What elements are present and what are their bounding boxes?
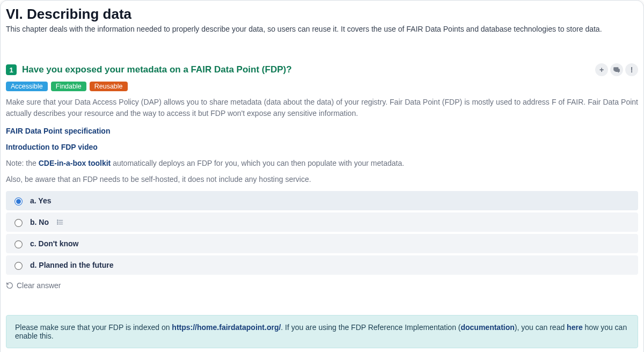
option-b-label: b. No	[30, 218, 49, 226]
option-d-label: d. Planned in the future	[30, 261, 114, 269]
note-prefix: Note: the	[6, 159, 39, 167]
chapter-title: VI. Describing data	[6, 6, 638, 23]
chapter-description: This chapter deals with the information …	[6, 25, 638, 33]
info-p3: ), you can read	[515, 323, 567, 332]
tag-row: Accessible Findable Reusable	[6, 82, 638, 91]
link-documentation[interactable]: documentation	[460, 323, 514, 332]
option-c-label: c. Don't know	[30, 239, 78, 248]
question-block: 1 Have you exposed your metadata on a FA…	[6, 63, 638, 348]
info-box: Please make sure that your FDP is indexe…	[6, 315, 638, 348]
link-here[interactable]: here	[567, 323, 583, 332]
option-b[interactable]: b. No	[6, 212, 638, 232]
info-p2: . If you are using the FDP Reference Imp…	[281, 323, 460, 332]
question-intro: Make sure that your Data Access Policy (…	[6, 97, 638, 119]
tag-accessible: Accessible	[6, 82, 48, 91]
option-a-label: a. Yes	[30, 196, 51, 205]
question-actions: + !	[595, 63, 638, 76]
link-cde-toolkit[interactable]: CDE-in-a-box toolkit	[39, 159, 111, 167]
option-c[interactable]: c. Don't know	[6, 234, 638, 253]
list-icon	[56, 218, 64, 226]
svg-point-4	[57, 224, 58, 224]
note-suffix: automatically deploys an FDP for you, wh…	[111, 159, 404, 167]
plus-icon[interactable]: +	[595, 63, 608, 76]
comments-icon[interactable]	[610, 63, 623, 76]
radio-c[interactable]	[14, 240, 23, 248]
link-fdp-home[interactable]: https://home.fairdatapoint.org/	[172, 323, 281, 332]
radio-a[interactable]	[14, 197, 23, 206]
clear-answer-label: Clear answer	[17, 281, 61, 290]
undo-icon	[6, 282, 13, 289]
hosting-warning: Also, be aware that an FDP needs to be s…	[6, 175, 638, 184]
svg-point-0	[57, 220, 58, 221]
answer-options: a. Yes b. No c. Don't know d. Planned in…	[6, 191, 638, 275]
info-p1: Please make sure that your FDP is indexe…	[15, 323, 172, 332]
tag-reusable: Reusable	[90, 82, 128, 91]
radio-b[interactable]	[14, 219, 23, 227]
note-cde: Note: the CDE-in-a-box toolkit automatic…	[6, 159, 638, 167]
question-number-badge: 1	[6, 64, 17, 75]
option-d[interactable]: d. Planned in the future	[6, 255, 638, 275]
option-a[interactable]: a. Yes	[6, 191, 638, 210]
link-fdp-video[interactable]: Introduction to FDP video	[6, 143, 638, 151]
svg-point-2	[57, 222, 58, 222]
question-title[interactable]: Have you exposed your metadata on a FAIR…	[22, 64, 292, 75]
clear-answer[interactable]: Clear answer	[6, 281, 61, 290]
alert-icon[interactable]: !	[625, 63, 638, 76]
link-fdp-spec[interactable]: FAIR Data Point specification	[6, 127, 638, 135]
radio-d[interactable]	[14, 262, 23, 270]
tag-findable: Findable	[51, 82, 86, 91]
